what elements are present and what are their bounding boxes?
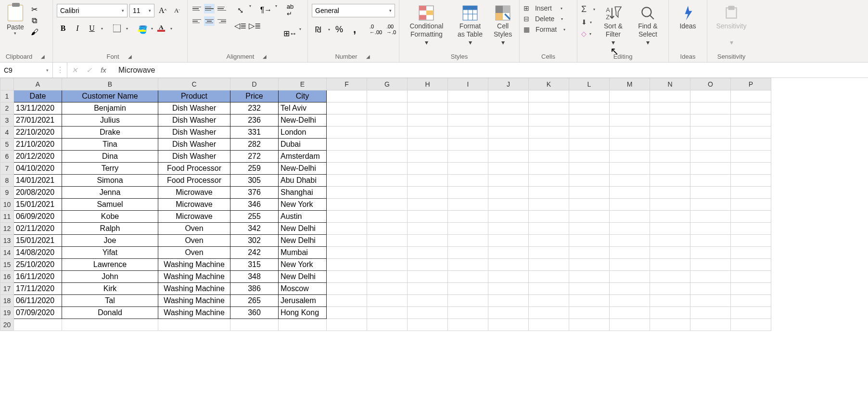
cell[interactable] [367, 235, 408, 247]
cell[interactable] [488, 319, 529, 331]
cell[interactable]: Lawrence [62, 259, 158, 271]
cell[interactable] [408, 307, 448, 319]
row-header[interactable]: 5 [0, 139, 14, 151]
cell[interactable]: 20/08/2020 [14, 187, 62, 199]
cell[interactable] [610, 295, 650, 307]
cell[interactable]: Moscow [279, 283, 327, 295]
cell[interactable] [279, 319, 327, 331]
cell[interactable] [731, 139, 771, 151]
cell[interactable] [367, 211, 408, 223]
cell[interactable]: Washing Machine [158, 283, 230, 295]
sort-filter-button[interactable]: AZ Sort & Filter ▾ [598, 4, 628, 47]
cell[interactable] [569, 127, 610, 139]
cell[interactable] [569, 283, 610, 295]
cell[interactable]: Amsterdam [279, 151, 327, 163]
cell[interactable] [569, 151, 610, 163]
cell[interactable] [650, 211, 690, 223]
cell[interactable]: 305 [230, 175, 279, 187]
column-header[interactable]: L [569, 78, 610, 90]
cell[interactable] [448, 283, 488, 295]
cell[interactable] [408, 259, 448, 271]
cell[interactable] [448, 199, 488, 211]
cell[interactable]: 15/01/2021 [14, 235, 62, 247]
column-header[interactable]: A [14, 78, 62, 90]
cell[interactable]: 21/10/2020 [14, 139, 62, 151]
cell[interactable]: Customer Name [62, 90, 158, 102]
insert-button[interactable]: ⊞ Insert ▾ [523, 4, 562, 13]
cell[interactable]: 16/11/2020 [14, 271, 62, 283]
row-header[interactable]: 11 [0, 211, 14, 223]
cell[interactable] [158, 319, 230, 331]
cell[interactable] [488, 90, 529, 102]
cell[interactable] [488, 163, 529, 175]
cell[interactable] [690, 163, 731, 175]
fx-button[interactable]: fx [96, 63, 111, 77]
cell[interactable]: 13/11/2020 [14, 102, 62, 115]
row-header[interactable]: 12 [0, 223, 14, 235]
cell[interactable] [62, 319, 158, 331]
cell[interactable]: New Delhi [279, 271, 327, 283]
cell[interactable] [327, 187, 367, 199]
cell[interactable]: 17/11/2020 [14, 283, 62, 295]
cell[interactable]: London [279, 127, 327, 139]
align-bottom-icon[interactable] [217, 4, 227, 13]
cell[interactable]: Tina [62, 139, 158, 151]
cell[interactable] [610, 223, 650, 235]
align-left-icon[interactable] [191, 16, 202, 26]
cell[interactable] [327, 163, 367, 175]
cell[interactable] [408, 115, 448, 127]
cell[interactable] [569, 90, 610, 102]
cell[interactable] [690, 199, 731, 211]
cell[interactable] [448, 271, 488, 283]
column-header[interactable]: M [610, 78, 650, 90]
column-header[interactable]: P [731, 78, 771, 90]
cell[interactable] [650, 127, 690, 139]
cell[interactable] [327, 127, 367, 139]
cell[interactable] [690, 175, 731, 187]
cell[interactable] [367, 319, 408, 331]
row-header[interactable]: 4 [0, 127, 14, 139]
cell[interactable] [731, 163, 771, 175]
cell[interactable] [367, 102, 408, 115]
cell[interactable] [650, 199, 690, 211]
cell[interactable] [488, 247, 529, 259]
dialog-launcher-icon[interactable]: ◢ [263, 54, 268, 59]
cell[interactable] [529, 307, 569, 319]
cell[interactable] [650, 139, 690, 151]
cell[interactable]: Benjamin [62, 102, 158, 115]
cell[interactable] [367, 223, 408, 235]
font-size-combo[interactable]: 11▾ [129, 4, 154, 17]
cell[interactable] [367, 90, 408, 102]
cell[interactable] [448, 139, 488, 151]
cell[interactable]: 22/10/2020 [14, 127, 62, 139]
cell[interactable] [408, 235, 448, 247]
cell[interactable] [731, 307, 771, 319]
cell[interactable]: 06/09/2020 [14, 211, 62, 223]
cell[interactable] [610, 127, 650, 139]
cell[interactable] [408, 295, 448, 307]
cell[interactable] [408, 175, 448, 187]
cell[interactable]: Shanghai [279, 187, 327, 199]
cell[interactable]: Jenna [62, 187, 158, 199]
column-header[interactable]: H [408, 78, 448, 90]
cell[interactable] [569, 319, 610, 331]
cell[interactable] [408, 199, 448, 211]
cell[interactable]: 346 [230, 199, 279, 211]
cell[interactable] [448, 319, 488, 331]
cell[interactable] [448, 90, 488, 102]
cell[interactable] [448, 307, 488, 319]
cell[interactable]: 02/11/2020 [14, 223, 62, 235]
cell[interactable] [327, 235, 367, 247]
cell[interactable] [408, 283, 448, 295]
cell[interactable] [610, 90, 650, 102]
row-header[interactable]: 2 [0, 102, 14, 115]
cell[interactable] [610, 271, 650, 283]
row-header[interactable]: 1 [0, 90, 14, 102]
cell[interactable] [529, 295, 569, 307]
cell[interactable] [610, 139, 650, 151]
cell[interactable]: 255 [230, 211, 279, 223]
cell[interactable] [408, 163, 448, 175]
cell[interactable]: Food Processor [158, 163, 230, 175]
row-header[interactable]: 8 [0, 175, 14, 187]
cell[interactable] [367, 259, 408, 271]
